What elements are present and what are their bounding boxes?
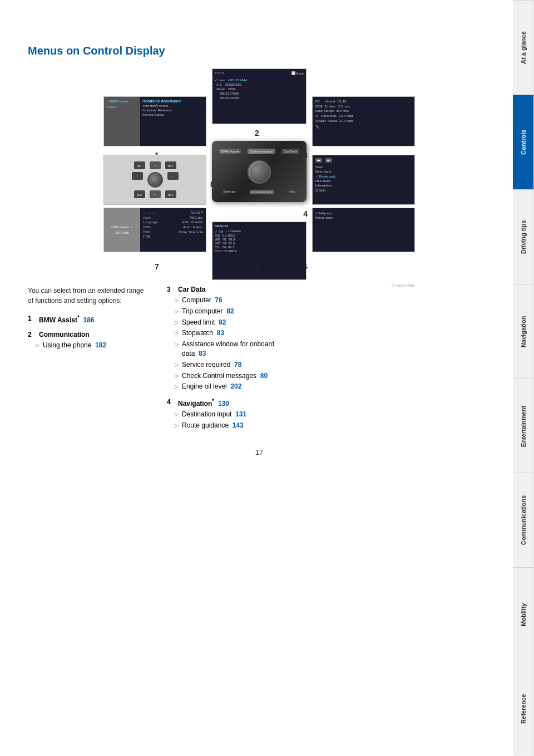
list-num-3: 3 [167,286,174,293]
list-3-sub-6-text: Service required 78 [182,360,241,370]
panel-1-right: Roadside Assistance Your BMW center Cust… [140,97,206,146]
list-label-4: Navigation* 130 [178,398,229,408]
tab-at-a-glance[interactable]: At a glance [513,0,534,95]
center-control-unit: BMW Assist Communication Car Data Settin… [212,141,306,202]
tab-navigation[interactable]: Navigation [513,284,534,379]
list-label-2: Communication [39,331,90,338]
tab-mobility[interactable]: Mobility [513,567,534,662]
arrow-icon-4-1: ▷ [175,411,179,418]
list-3-sub-8: ▷ Engine oil level 202 [167,382,491,391]
diagram-source: G19413.PNG [392,284,415,288]
tab-reference[interactable]: Reference [513,662,534,756]
panel-4: ⏮ ⏭ View Dest. input ✓ Route guid. New r… [312,155,415,205]
arrow-icon-3-6: ▷ [175,361,179,369]
text-content: You can select from an extended range of… [28,286,491,437]
list-label-3: Car Data [178,286,205,293]
list-page-4[interactable]: 130 [218,400,229,408]
list-4-sub-2: ▷ Route guidance 143 [167,421,491,430]
text-right-column: 3 Car Data ▷ Computer 76 ▷ Trip computer… [167,286,491,437]
panel-8: ⊕↑ → ⊕↗ ↑ ↓ ⊕↙ ← ⊕↘ [103,155,206,205]
list-label-1: BMW Assist* 186 [39,315,95,324]
list-3-sub-4: ▷ Stopwatch 83 [167,328,491,338]
list-item-2: 2 Communication ▷ Using the phone 182 [28,331,150,350]
list-4-sub-1-text: Destination input 131 [182,410,246,419]
tab-controls[interactable]: Controls [513,95,534,189]
list-3-sub-3: ▷ Speed limit 82 [167,318,491,327]
side-tab-bar: At a glance Controls Driving tips Naviga… [513,0,534,756]
panel-6: MANUAL ✓ FM ⌂ Presets AM 01 103.5 WB 02 … [212,222,306,280]
list-2-sub-1-text: Using the phone 182 [43,341,106,350]
panel-1: ✓ BMW center Status Roadside Assistance … [103,96,206,146]
list-3-sub-5: ▷ Assistance window for onboarddata 83 [167,340,491,359]
list-item-4-main: 4 Navigation* 130 [167,398,491,408]
page-number: 17 [28,448,491,456]
main-content: Menus on Control Display ✓ BMW center St… [0,0,513,479]
arrow-icon-3-3: ▷ [175,319,179,326]
list-item-1-main: 1 BMW Assist* 186 [28,315,150,324]
list-3-sub-1: ▷ Computer 76 [167,296,491,305]
list-num-1: 1 [28,315,34,324]
arrow-icon-4-2: ▷ [175,422,179,429]
list-3-sub-8-text: Engine oil level 202 [182,382,241,391]
list-4-sub-1: ▷ Destination input 131 [167,410,491,419]
list-3-sub-6: ▷ Service required 78 [167,360,491,370]
arrow-icon-3-5: ▷ [175,341,179,348]
panel-label-2: 2 [255,129,259,138]
panel-7-right: ⚙ Vehicle AUTO P Clock PDC pic. Language… [140,208,206,252]
list-3-sub-7-text: Check Control messages 80 [182,371,268,381]
arrow-icon-2-1: ▷ [36,342,39,349]
center-menu-tabs: BMW Assist Communication Car Data [216,149,302,154]
tab-driving-tips[interactable]: Driving tips [513,189,534,284]
panel-label-7: 7 [155,262,159,271]
list-page-1[interactable]: 186 [83,316,94,324]
list-item-2-main: 2 Communication [28,331,150,338]
panel-label-6: 6 [255,263,259,272]
intro-text: You can select from an extended range of… [28,286,150,306]
panel-7: AUTO medium 🌡 AUTO high ⚙ Vehicle AUTO P… [103,208,206,252]
list-2-sub-1: ▷ Using the phone 182 [28,341,150,350]
panel-3: BC Arrival 01:10 BC⊕ To dest. 2.5 mis Li… [312,96,415,146]
list-item-4: 4 Navigation* 130 ▷ Destination input 13… [167,398,491,430]
list-3-sub-3-text: Speed limit 82 [182,318,226,327]
page-title: Menus on Control Display [28,45,491,57]
list-3-sub-2: ▷ Trip computer 82 [167,307,491,316]
text-left-column: You can select from an extended range of… [28,286,150,437]
panel-5: ✓ Help text Menu name [312,208,415,252]
arrow-icon-3-2: ▷ [175,308,179,315]
list-item-1: 1 BMW Assist* 186 [28,315,150,324]
list-item-3-main: 3 Car Data [167,286,491,293]
panel-label-4: 4 [303,209,308,218]
panel-1-left: ✓ BMW center Status [104,97,140,146]
arrow-icon-3-4: ▷ [175,330,179,337]
arrow-icon-3-7: ▷ [175,372,179,380]
list-num-4: 4 [167,398,174,408]
arrow-icon-3-8: ▷ [175,383,179,390]
center-bottom-tabs: Settings Entertainment Help [216,190,302,194]
panel-7-left: AUTO medium 🌡 AUTO high [104,208,140,252]
panel-2: TOP 8 ⬜ Back ✓ Last ✓011222444 A-Z 00935… [212,68,306,124]
list-3-sub-4-text: Stopwatch 83 [182,328,224,338]
center-knob[interactable] [248,160,271,184]
list-item-3: 3 Car Data ▷ Computer 76 ▷ Trip computer… [167,286,491,391]
list-3-sub-1-text: Computer 76 [182,296,222,305]
list-4-sub-2-text: Route guidance 143 [182,421,244,430]
list-num-2: 2 [28,331,34,338]
list-3-sub-2-text: Trip computer 82 [182,307,234,316]
list-3-sub-5-text: Assistance window for onboarddata 83 [182,340,274,359]
list-3-sub-7: ▷ Check Control messages 80 [167,371,491,381]
arrow-icon-3-1: ▷ [175,297,179,304]
tab-communications[interactable]: Communications [513,473,534,567]
tab-entertainment[interactable]: Entertainment [513,379,534,473]
control-display-diagram: ✓ BMW center Status Roadside Assistance … [103,68,415,280]
